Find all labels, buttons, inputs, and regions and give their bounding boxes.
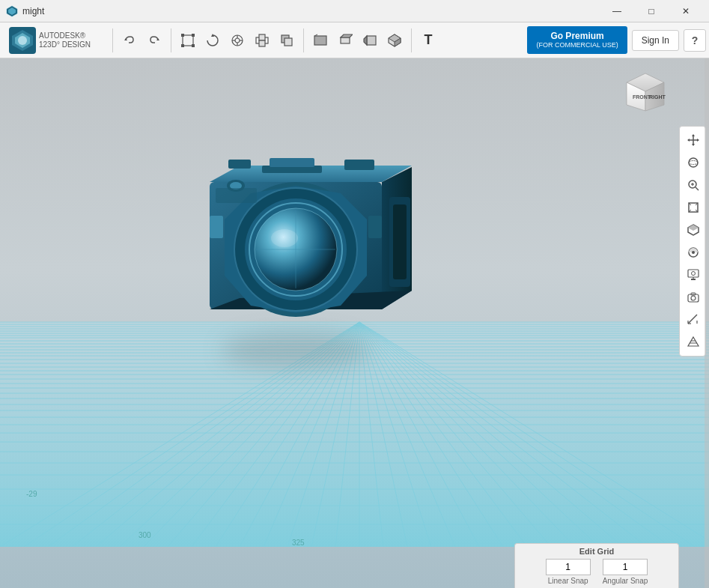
undo-button[interactable] <box>118 28 142 52</box>
transform-tool-button[interactable] <box>176 28 200 52</box>
svg-marker-139 <box>692 144 695 146</box>
close-button[interactable]: ✕ <box>669 0 703 22</box>
svg-rect-22 <box>259 34 265 40</box>
views-button[interactable] <box>683 219 704 240</box>
angular-snap-group: Angular Snap <box>603 559 648 585</box>
redo-button[interactable] <box>142 28 166 52</box>
orbit-icon <box>687 156 700 169</box>
group-icon <box>255 33 270 48</box>
svg-marker-141 <box>697 139 699 142</box>
measure-icon <box>687 313 700 327</box>
maximize-button[interactable]: □ <box>634 0 669 22</box>
rotate-tool-button[interactable] <box>201 28 225 52</box>
zoom-icon <box>687 178 700 192</box>
divider-3 <box>303 28 304 52</box>
render-settings-icon <box>687 268 700 282</box>
svg-rect-112 <box>228 160 251 169</box>
divider-1 <box>112 28 113 52</box>
window-controls: — □ ✕ <box>600 0 703 22</box>
svg-point-15 <box>235 38 240 43</box>
view-iso-icon <box>387 33 402 48</box>
edit-tool-button[interactable] <box>225 28 249 52</box>
sign-in-label: Sign In <box>642 35 669 46</box>
svg-marker-154 <box>688 225 699 231</box>
divider-4 <box>411 28 412 52</box>
svg-marker-168 <box>688 337 699 346</box>
viewport[interactable]: -29 300 325 <box>0 58 709 588</box>
screenshot-icon <box>687 291 700 304</box>
minimize-button[interactable]: — <box>600 0 634 22</box>
svg-point-162 <box>691 296 696 300</box>
logo-text: AUTODESK® 123D° DESIGN <box>39 31 91 49</box>
group-tool-button[interactable] <box>250 28 274 52</box>
pan-icon <box>687 133 700 147</box>
axis-label-z: 325 <box>292 539 305 547</box>
combine-icon <box>279 33 294 48</box>
pan-button[interactable] <box>683 130 704 151</box>
view-top-icon <box>338 33 353 48</box>
main-toolbar: AUTODESK® 123D° DESIGN <box>0 22 709 58</box>
axis-label-y: -29 <box>26 490 37 498</box>
logo-area: AUTODESK® 123D° DESIGN <box>3 27 108 54</box>
material-button[interactable] <box>683 332 704 353</box>
autodesk-logo <box>9 27 36 54</box>
sign-in-button[interactable]: Sign In <box>632 30 679 51</box>
svg-line-145 <box>696 187 699 190</box>
text-tool-icon: T <box>425 32 433 48</box>
screenshot-button[interactable] <box>683 287 704 308</box>
premium-sublabel: (FOR COMMERCIAL USE) <box>536 41 618 49</box>
svg-marker-138 <box>692 134 695 136</box>
orbit-button[interactable] <box>683 152 704 173</box>
go-premium-button[interactable]: Go Premium (FOR COMMERCIAL USE) <box>527 26 627 54</box>
app-icon <box>6 5 18 17</box>
view-right-icon <box>362 33 377 48</box>
help-button[interactable]: ? <box>684 29 706 52</box>
svg-rect-157 <box>688 270 699 277</box>
svg-rect-113 <box>344 160 374 170</box>
linear-snap-label: Linear Snap <box>548 577 588 585</box>
main-area: -29 300 325 <box>0 58 709 588</box>
view-right-button[interactable] <box>358 28 382 52</box>
views-icon <box>687 223 700 237</box>
premium-label: Go Premium <box>536 31 618 41</box>
view-front-button[interactable] <box>308 28 332 52</box>
right-toolbar <box>679 126 706 357</box>
material-icon <box>687 336 700 349</box>
undo-redo-group <box>118 28 166 52</box>
svg-rect-29 <box>341 37 350 43</box>
svg-rect-8 <box>183 35 193 46</box>
view-top-button[interactable] <box>333 28 357 52</box>
view-iso-button[interactable] <box>383 28 407 52</box>
nav-cube[interactable]: FRONT RIGHT <box>619 66 672 118</box>
svg-marker-140 <box>687 139 690 142</box>
display-button[interactable] <box>683 242 704 263</box>
transform-icon <box>180 33 195 48</box>
svg-point-160 <box>692 272 696 276</box>
svg-rect-11 <box>181 44 184 47</box>
rotate-icon <box>205 33 220 48</box>
edit-icon <box>230 33 245 48</box>
measure-button[interactable] <box>683 309 704 330</box>
svg-rect-26 <box>314 36 326 45</box>
linear-snap-group: Linear Snap <box>546 559 591 585</box>
svg-rect-9 <box>181 34 184 37</box>
combine-tool-button[interactable] <box>275 28 299 52</box>
svg-point-5 <box>18 36 27 45</box>
svg-point-143 <box>689 161 698 165</box>
tools-group <box>176 28 299 52</box>
angular-snap-label: Angular Snap <box>603 577 648 585</box>
angular-snap-input[interactable] <box>603 559 648 575</box>
fit-button[interactable] <box>683 197 704 218</box>
linear-snap-input[interactable] <box>546 559 591 575</box>
svg-rect-12 <box>192 44 195 47</box>
svg-point-156 <box>692 251 695 254</box>
redo-icon <box>147 34 161 47</box>
svg-rect-31 <box>367 36 376 45</box>
text-tool-button[interactable]: T <box>416 28 440 52</box>
help-icon: ? <box>692 34 699 46</box>
svg-text:RIGHT: RIGHT <box>649 94 666 100</box>
svg-rect-125 <box>368 216 382 238</box>
window-title: might <box>22 6 44 16</box>
zoom-button[interactable] <box>683 175 704 196</box>
render-settings-button[interactable] <box>683 264 704 285</box>
